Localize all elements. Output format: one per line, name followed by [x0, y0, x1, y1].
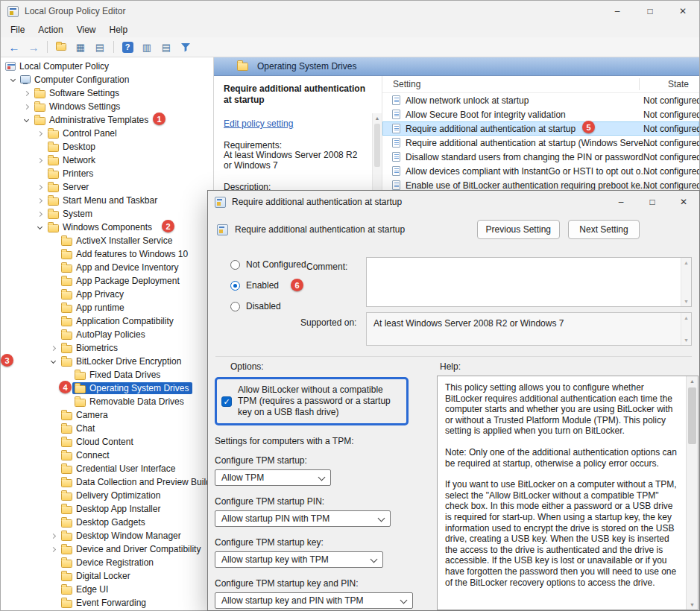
comment-scrollbar[interactable]: ▲ ▼ — [681, 258, 691, 306]
tree-item-software-settings[interactable]: Software Settings — [1, 86, 213, 100]
settings-row-require-additional-authentication-at-sta[interactable]: Require additional authentication at sta… — [382, 136, 699, 150]
chevron-closed-icon[interactable] — [34, 199, 45, 203]
next-setting-button[interactable]: Next Setting — [568, 220, 640, 239]
menu-help[interactable]: Help — [103, 23, 135, 37]
tree-item-delivery-optimization[interactable]: Delivery Optimization — [1, 489, 213, 502]
maximize-button[interactable]: □ — [634, 1, 666, 22]
tree-item-digital-locker[interactable]: Digital Locker — [1, 569, 213, 583]
settings-row-disallow-standard-users-from-changing-th[interactable]: Disallow standard users from changing th… — [382, 150, 699, 164]
dialog-maximize-button[interactable]: □ — [637, 191, 668, 213]
tree-item-biometrics[interactable]: Biometrics — [1, 341, 213, 355]
tree-item-removable-data-drives[interactable]: Removable Data Drives — [1, 395, 213, 408]
radio-icon[interactable] — [230, 302, 240, 311]
column-header-state[interactable]: State — [668, 79, 689, 89]
menu-file[interactable]: File — [4, 23, 31, 37]
tree-item-app-and-device-inventory[interactable]: App and Device Inventory — [1, 261, 213, 274]
dialog-close-button[interactable]: ✕ — [668, 191, 699, 213]
tree-item-printers[interactable]: Printers — [1, 167, 213, 180]
tree-item-system[interactable]: System — [1, 207, 213, 221]
tree-item-cloud-content[interactable]: Cloud Content — [1, 435, 213, 449]
tree-item-app-privacy[interactable]: App Privacy — [1, 288, 213, 301]
tree-item-chat[interactable]: Chat — [1, 422, 213, 435]
chevron-closed-icon[interactable] — [34, 132, 45, 136]
chevron-closed-icon[interactable] — [47, 548, 59, 551]
tree-item-camera[interactable]: Camera — [1, 408, 213, 422]
previous-setting-button[interactable]: Previous Setting — [477, 220, 560, 239]
close-button[interactable]: ✕ — [666, 1, 699, 22]
chevron-open-icon[interactable] — [47, 361, 59, 363]
tpm-checkbox[interactable]: ✓ — [221, 396, 232, 407]
radio-option-disabled[interactable]: Disabled — [230, 298, 306, 314]
chevron-closed-icon[interactable] — [20, 105, 32, 109]
chevron-closed-icon[interactable] — [34, 159, 45, 162]
chevron-open-icon[interactable] — [7, 79, 19, 81]
tree-item-activex-installer-service[interactable]: ActiveX Installer Service — [1, 234, 213, 247]
tree-item-windows-settings[interactable]: Windows Settings — [1, 100, 213, 113]
column-header-setting[interactable]: Setting — [382, 79, 420, 89]
tree-item-fixed-data-drives[interactable]: Fixed Data Drives — [1, 368, 213, 382]
tree-item-device-registration[interactable]: Device Registration — [1, 556, 213, 569]
radio-icon[interactable] — [230, 281, 240, 291]
chevron-closed-icon[interactable] — [20, 92, 32, 95]
settings-row-allow-devices-compliant-with-instantgo-o[interactable]: Allow devices compliant with InstantGo o… — [382, 164, 699, 178]
tree-item-network[interactable]: Network — [1, 153, 213, 167]
tree-item-add-features-to-windows-10[interactable]: Add features to Windows 10 — [1, 247, 213, 261]
show-action-pane-button[interactable]: ▥ — [138, 39, 156, 55]
settings-row-allow-secure-boot-for-integrity-validati[interactable]: Allow Secure Boot for integrity validati… — [382, 107, 699, 121]
tree-item-start-menu-and-taskbar[interactable]: Start Menu and Taskbar — [1, 194, 213, 207]
chevron-closed-icon[interactable] — [34, 186, 45, 189]
dropdown-configure-tpm-startup-key[interactable]: Allow startup key with TPM — [215, 551, 383, 568]
tree-item-windows-components[interactable]: Windows Components — [1, 221, 213, 234]
tree-item-desktop-app-installer[interactable]: Desktop App Installer — [1, 502, 213, 516]
extended-view-button[interactable]: ▤ — [157, 39, 175, 55]
menu-view[interactable]: View — [70, 23, 103, 37]
dropdown-configure-tpm-startup-pin[interactable]: Allow startup PIN with TPM — [215, 510, 391, 527]
minimize-button[interactable]: – — [601, 1, 634, 22]
tree-item-app-runtime[interactable]: App runtime — [1, 301, 213, 314]
chevron-open-icon[interactable] — [20, 119, 32, 121]
dropdown-configure-tpm-startup[interactable]: Allow TPM — [215, 469, 331, 486]
forward-button[interactable]: → — [25, 39, 42, 55]
chevron-open-icon[interactable] — [34, 227, 45, 229]
tree-item-server[interactable]: Server — [1, 180, 213, 194]
tree-item-autoplay-policies[interactable]: AutoPlay Policies — [1, 328, 213, 341]
scrollbar-thumb[interactable] — [374, 124, 380, 167]
tree-item-application-compatibility[interactable]: Application Compatibility — [1, 314, 213, 328]
tree-item-operating-system-drives[interactable]: Operating System Drives — [1, 382, 213, 395]
tree-item-computer-configuration[interactable]: Computer Configuration — [1, 73, 213, 86]
chevron-closed-icon[interactable] — [47, 346, 59, 350]
tree-item-event-forwarding[interactable]: Event Forwarding — [1, 596, 213, 610]
chevron-closed-icon[interactable] — [47, 534, 59, 538]
tree-item-device-and-driver-compatibility[interactable]: Device and Driver Compatibility — [1, 542, 213, 556]
settings-row-allow-network-unlock-at-startup[interactable]: Allow network unlock at startupNot confi… — [382, 93, 699, 107]
tree-item-edge-ui[interactable]: Edge UI — [1, 583, 213, 596]
chevron-closed-icon[interactable] — [34, 212, 45, 216]
tree-item-local-computer-policy[interactable]: Local Computer Policy — [1, 60, 213, 73]
tree-item-connect[interactable]: Connect — [1, 449, 213, 462]
tree-item-bitlocker-drive-encryption[interactable]: BitLocker Drive Encryption — [1, 355, 213, 368]
tree-item-data-collection-and-preview-builds[interactable]: Data Collection and Preview Builds — [1, 475, 213, 489]
supported-scrollbar[interactable]: ▲ ▼ — [681, 313, 691, 345]
filter-button[interactable] — [177, 39, 195, 55]
scrollbar-thumb[interactable] — [688, 387, 696, 444]
export-list-button[interactable]: ▤ — [91, 39, 109, 55]
edit-policy-setting-link[interactable]: Edit policy setting — [224, 118, 293, 129]
tree-item-desktop-window-manager[interactable]: Desktop Window Manager — [1, 529, 213, 542]
comment-input[interactable]: ▲ ▼ — [366, 257, 692, 307]
menu-action[interactable]: Action — [31, 23, 69, 37]
show-console-tree-button[interactable]: ▦ — [72, 39, 89, 55]
tree-item-desktop[interactable]: Desktop — [1, 140, 213, 153]
up-one-level-button[interactable] — [52, 39, 70, 55]
help-scrollbar[interactable]: ▲ ▼ — [686, 376, 698, 610]
tree-item-control-panel[interactable]: Control Panel — [1, 127, 213, 140]
help-button[interactable]: ? — [119, 39, 136, 55]
dropdown-configure-tpm-startup-key-and-pin[interactable]: Allow startup key and PIN with TPM — [215, 592, 413, 609]
tree-item-app-package-deployment[interactable]: App Package Deployment — [1, 274, 213, 288]
tree-item-desktop-gadgets[interactable]: Desktop Gadgets — [1, 516, 213, 529]
dialog-minimize-button[interactable]: – — [605, 191, 637, 213]
radio-option-not-configured[interactable]: Not Configured — [230, 256, 306, 273]
settings-row-require-additional-authentication-at-sta[interactable]: Require additional authentication at sta… — [382, 121, 699, 136]
tree-item-administrative-templates[interactable]: Administrative Templates — [1, 113, 213, 127]
tree-item-credential-user-interface[interactable]: Credential User Interface — [1, 462, 213, 475]
column-divider[interactable] — [639, 78, 640, 90]
